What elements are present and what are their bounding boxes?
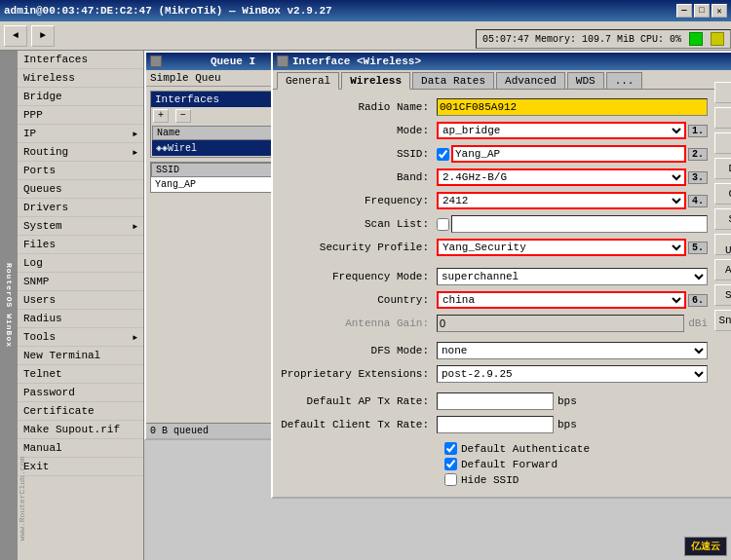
security-profile-select[interactable]: Yang_Security xyxy=(437,239,686,256)
dialog-body: Radio Name: Mode: ap_bridge 1. xyxy=(273,89,731,497)
watermark: www.RouterClub.com xyxy=(18,457,26,541)
sniff-button[interactable]: Sniff... xyxy=(714,284,731,306)
tab-advanced[interactable]: Advanced xyxy=(496,72,565,89)
sidebar-label-log: Log xyxy=(23,257,43,269)
sidebar-arrow-routing: ► xyxy=(133,148,137,157)
sidebar-item-exit[interactable]: Exit xyxy=(18,458,143,476)
sidebar-item-wireless[interactable]: Wireless xyxy=(18,69,143,88)
ssid-wrap: 2. xyxy=(437,145,708,163)
frequency-select[interactable]: 2412 xyxy=(437,192,686,209)
prop-ext-select[interactable]: post-2.9.25 xyxy=(437,365,708,383)
tab-wireless[interactable]: Wireless xyxy=(341,72,410,90)
default-fwd-checkbox[interactable] xyxy=(444,458,457,470)
sidebar-item-drivers[interactable]: Drivers xyxy=(18,199,143,217)
frequency-mode-row: Frequency Mode: superchannel xyxy=(281,267,708,286)
client-tx-bps: bps xyxy=(554,419,577,430)
hide-ssid-row: Hide SSID xyxy=(281,473,708,486)
disable-button[interactable]: Disable xyxy=(714,158,731,179)
frequency-mode-select[interactable]: superchannel xyxy=(437,268,708,285)
sidebar-item-new-terminal[interactable]: New Terminal xyxy=(18,347,143,365)
frequency-select-wrap: 2412 4. xyxy=(437,192,708,209)
prop-ext-label: Proprietary Extensions: xyxy=(281,368,437,380)
tab-general[interactable]: General xyxy=(277,72,339,90)
sidebar-label-bridge: Bridge xyxy=(23,91,62,102)
security-profile-wrap: Yang_Security 5. xyxy=(437,239,708,256)
antenna-gain-label: Antenna Gain: xyxy=(281,317,437,329)
sidebar-item-ip[interactable]: IP ► xyxy=(18,125,143,143)
scan-button[interactable]: Scan... xyxy=(714,208,731,230)
wireless-tab-content: Radio Name: Mode: ap_bridge 1. xyxy=(273,89,731,497)
hide-ssid-checkbox[interactable] xyxy=(444,473,457,486)
align-button[interactable]: Align... xyxy=(714,259,731,280)
sidebar-item-files[interactable]: Files xyxy=(18,236,143,254)
dialog-tabs: General Wireless Data Rates Advanced WDS… xyxy=(273,70,731,89)
country-number: 6. xyxy=(688,294,708,307)
mode-select[interactable]: ap_bridge xyxy=(437,122,686,139)
tab-wds[interactable]: WDS xyxy=(567,72,604,89)
apply-button[interactable]: Apply xyxy=(714,132,731,154)
band-select-wrap: 2.4GHz-B/G 3. xyxy=(437,168,708,186)
snooper-button[interactable]: Snooper... xyxy=(714,310,731,331)
ok-button[interactable]: OK xyxy=(714,82,731,103)
sidebar-item-snmp[interactable]: SNMP xyxy=(18,273,143,291)
sidebar-item-password[interactable]: Password xyxy=(18,384,143,402)
scan-list-input[interactable] xyxy=(451,215,708,233)
frequency-mode-label: Frequency Mode: xyxy=(281,271,437,282)
band-label: Band: xyxy=(281,171,437,183)
security-profile-row: Security Profile: Yang_Security 5. xyxy=(281,238,708,257)
freq-usage-button[interactable]: Freq. Usage... xyxy=(714,234,731,255)
title-bar: admin@00:03:47:DE:C2:47 (MikroTik) — Win… xyxy=(0,0,731,21)
remove-interface-button[interactable]: − xyxy=(175,109,191,123)
sidebar-item-radius[interactable]: Radius xyxy=(18,310,143,328)
sidebar-item-make-supout[interactable]: Make Supout.rif xyxy=(18,421,143,439)
sidebar-label-exit: Exit xyxy=(23,461,49,472)
sidebar-label-ports: Ports xyxy=(23,165,56,176)
back-button[interactable]: ◄ xyxy=(4,25,27,47)
ssid-number: 2. xyxy=(688,148,708,161)
dfs-mode-select[interactable]: none xyxy=(437,342,708,359)
sidebar-item-manual[interactable]: Manual xyxy=(18,439,143,458)
sidebar-item-users[interactable]: Users xyxy=(18,291,143,310)
comment-button[interactable]: Comment xyxy=(714,183,731,205)
tab-data-rates[interactable]: Data Rates xyxy=(412,72,494,89)
ssid-checkbox[interactable] xyxy=(437,148,449,161)
country-select[interactable]: china xyxy=(437,291,686,309)
forward-button[interactable]: ► xyxy=(31,25,55,47)
default-auth-checkbox[interactable] xyxy=(444,442,457,455)
sidebar-item-log[interactable]: Log xyxy=(18,254,143,273)
sidebar-item-routing[interactable]: Routing ► xyxy=(18,143,143,162)
sidebar-item-ports[interactable]: Ports xyxy=(18,162,143,180)
scan-list-row: Scan List: xyxy=(281,214,708,234)
default-ap-tx-input[interactable] xyxy=(437,392,554,410)
bottom-logo: 亿速云 xyxy=(684,537,727,556)
sidebar: RouterOS WinBox Interfaces Wireless Brid… xyxy=(0,51,144,560)
close-button[interactable]: ✕ xyxy=(712,4,727,18)
sidebar-label-certificate: Certificate xyxy=(23,405,95,417)
sidebar-item-tools[interactable]: Tools ► xyxy=(18,328,143,347)
minimize-button[interactable]: — xyxy=(676,4,692,18)
status-bar: 05:07:47 Memory: 109.7 MiB CPU: 0% xyxy=(476,29,731,49)
sidebar-label-routing: Routing xyxy=(23,146,68,158)
sidebar-item-ppp[interactable]: PPP xyxy=(18,106,143,125)
tab-more[interactable]: ... xyxy=(606,72,643,89)
sidebar-item-interfaces[interactable]: Interfaces xyxy=(18,51,143,69)
add-interface-button[interactable]: + xyxy=(153,109,169,123)
sidebar-label-users: Users xyxy=(23,294,56,306)
scan-list-checkbox[interactable] xyxy=(437,218,449,231)
ssid-input[interactable] xyxy=(451,145,686,163)
sidebar-items: Interfaces Wireless Bridge PPP IP ► Rout… xyxy=(18,51,143,476)
sidebar-item-bridge[interactable]: Bridge xyxy=(18,88,143,106)
cancel-button[interactable]: Cancel xyxy=(714,107,731,129)
sidebar-item-queues[interactable]: Queues xyxy=(18,180,143,199)
sidebar-item-system[interactable]: System ► xyxy=(18,217,143,236)
antenna-gain-input[interactable] xyxy=(437,315,684,332)
country-row: Country: china 6. xyxy=(281,290,708,310)
sidebar-item-certificate[interactable]: Certificate xyxy=(18,402,143,421)
maximize-button[interactable]: □ xyxy=(694,4,710,18)
sidebar-arrow-ip: ► xyxy=(133,130,137,138)
band-select[interactable]: 2.4GHz-B/G xyxy=(437,168,686,186)
default-client-tx-input[interactable] xyxy=(437,416,554,433)
sidebar-label-drivers: Drivers xyxy=(23,202,68,213)
sidebar-item-telnet[interactable]: Telnet xyxy=(18,365,143,384)
radio-name-input[interactable] xyxy=(437,98,708,116)
